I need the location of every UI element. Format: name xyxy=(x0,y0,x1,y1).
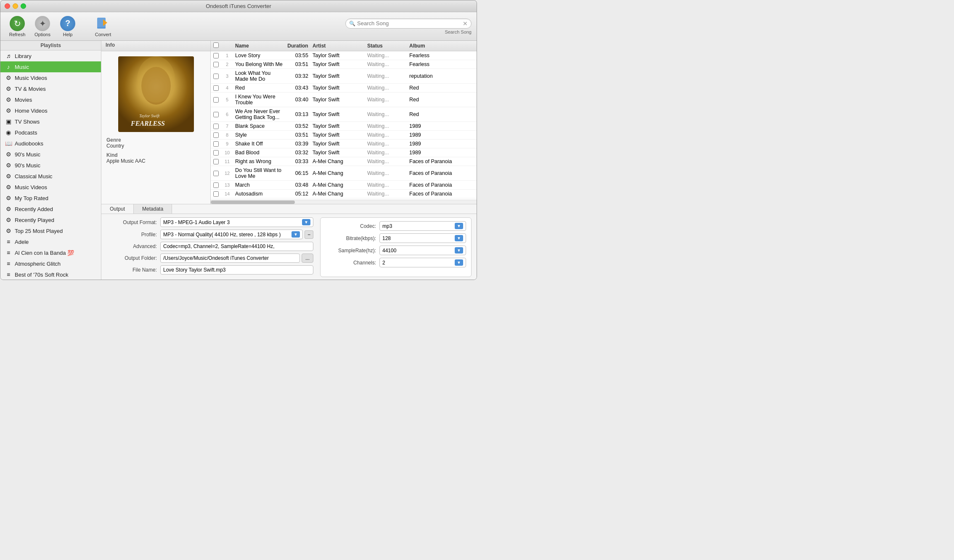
sidebar-icon-my-top-rated: ⚙ xyxy=(5,195,12,201)
row-checkbox-1[interactable] xyxy=(211,62,221,67)
sidebar-item-tv-shows[interactable]: ▣TV Shows xyxy=(0,116,101,127)
row-checkbox-2[interactable] xyxy=(211,74,221,79)
row-status-12: Waiting... xyxy=(367,182,409,188)
sidebar-item-music[interactable]: ♪Music xyxy=(0,61,101,72)
sidebar-item-library[interactable]: ♬Library xyxy=(0,50,101,61)
row-checkbox-13[interactable] xyxy=(211,191,221,197)
scrollbar-thumb[interactable] xyxy=(211,201,295,204)
format-select[interactable]: MP3 - MPEG-1 Audio Layer 3 ▼ xyxy=(160,217,313,227)
bitrate-select[interactable]: 128 ▼ xyxy=(379,233,466,243)
bitrate-row: Bitrate(kbps): 128 ▼ xyxy=(326,233,466,243)
table-row[interactable]: 5 I Knew You Were Trouble 03:40 Taylor S… xyxy=(211,92,477,107)
options-button[interactable]: ✦ Options xyxy=(31,14,54,39)
folder-input[interactable]: /Users/Joyce/Music/Ondesoft iTunes Conve… xyxy=(160,254,300,263)
sidebar-item-music-videos2[interactable]: ⚙Music Videos xyxy=(0,182,101,193)
row-album-4: Red xyxy=(409,97,477,103)
table-row[interactable]: 6 We Are Never Ever Getting Back Tog... … xyxy=(211,107,477,122)
sidebar-item-recently-added[interactable]: ⚙Recently Added xyxy=(0,203,101,214)
convert-button[interactable]: Convert xyxy=(91,14,115,39)
sidebar-icon-90s-music2: ⚙ xyxy=(5,162,12,169)
sidebar-item-tv-movies[interactable]: ⚙TV & Movies xyxy=(0,83,101,94)
advanced-input[interactable]: Codec=mp3, Channel=2, SampleRate=44100 H… xyxy=(160,242,313,251)
sidebar-item-recently-played[interactable]: ⚙Recently Played xyxy=(0,214,101,225)
row-checkbox-12[interactable] xyxy=(211,182,221,188)
row-album-2: reputation xyxy=(409,73,477,79)
sidebar-item-music-videos[interactable]: ⚙Music Videos xyxy=(0,72,101,83)
titlebar: Ondesoft iTunes Converter xyxy=(0,0,477,12)
table-row[interactable]: 9 Shake It Off 03:39 Taylor Swift Waitin… xyxy=(211,140,477,148)
sidebar-label-tv-movies: TV & Movies xyxy=(15,86,46,92)
search-input[interactable] xyxy=(357,20,463,26)
table-container: 1 Love Story 03:55 Taylor Swift Waiting.… xyxy=(211,51,477,204)
profile-select[interactable]: MP3 - Normal Quality( 44100 Hz, stereo ,… xyxy=(160,230,303,239)
row-album-11: Faces of Paranoia xyxy=(409,170,477,176)
select-all-checkbox[interactable] xyxy=(213,42,219,48)
channels-select[interactable]: 2 ▼ xyxy=(379,258,466,267)
sidebar-item-my-top-rated[interactable]: ⚙My Top Rated xyxy=(0,193,101,203)
table-row[interactable]: 11 Right as Wrong 03:33 A-Mei Chang Wait… xyxy=(211,157,477,166)
codec-select[interactable]: mp3 ▼ xyxy=(379,221,466,231)
sidebar-label-movies: Movies xyxy=(15,97,32,103)
search-box[interactable]: 🔍 ✕ xyxy=(345,18,472,29)
row-checkbox-5[interactable] xyxy=(211,112,221,117)
profile-minus-btn[interactable]: − xyxy=(305,230,313,239)
search-container: 🔍 ✕ Search Song xyxy=(345,18,472,34)
help-button[interactable]: ? Help xyxy=(56,14,80,39)
sidebar-item-adele[interactable]: ≡Adele xyxy=(0,236,101,247)
table-row[interactable]: 7 Blank Space 03:52 Taylor Swift Waiting… xyxy=(211,122,477,131)
row-checkbox-8[interactable] xyxy=(211,141,221,147)
maximize-button[interactable] xyxy=(21,3,26,9)
table-row[interactable]: 2 You Belong With Me 03:51 Taylor Swift … xyxy=(211,60,477,69)
minimize-button[interactable] xyxy=(13,3,18,9)
row-status-0: Waiting... xyxy=(367,53,409,58)
sidebar-icon-library: ♬ xyxy=(5,53,12,59)
sidebar-item-atmospheric-glitch[interactable]: ≡Atmospheric Glitch xyxy=(0,258,101,269)
row-checkbox-10[interactable] xyxy=(211,159,221,164)
tab-output[interactable]: Output xyxy=(101,204,134,214)
th-checkbox[interactable] xyxy=(211,42,221,49)
sidebar-item-podcasts[interactable]: ◉Podcasts xyxy=(0,127,101,138)
row-checkbox-3[interactable] xyxy=(211,85,221,91)
row-checkbox-6[interactable] xyxy=(211,124,221,129)
row-duration-11: 06:15 xyxy=(283,170,313,176)
table-row[interactable]: 8 Style 03:51 Taylor Swift Waiting... 19… xyxy=(211,131,477,140)
sidebar: Playlists ♬Library♪Music⚙Music Videos⚙TV… xyxy=(0,41,101,280)
filename-input[interactable]: Love Story Taylor Swift.mp3 xyxy=(160,265,313,275)
table-row[interactable]: 1 Love Story 03:55 Taylor Swift Waiting.… xyxy=(211,51,477,60)
row-name-5: We Are Never Ever Getting Back Tog... xyxy=(233,108,283,120)
horizontal-scrollbar[interactable] xyxy=(211,200,477,204)
row-checkbox-7[interactable] xyxy=(211,132,221,138)
sidebar-item-classical-music[interactable]: ⚙Classical Music xyxy=(0,171,101,182)
sidebar-item-home-videos[interactable]: ⚙Home Videos xyxy=(0,105,101,116)
th-duration: Duration xyxy=(283,43,313,49)
sidebar-item-top-25-most-played[interactable]: ⚙Top 25 Most Played xyxy=(0,225,101,236)
browse-button[interactable]: ... xyxy=(302,254,313,263)
sidebar-item-al-cien[interactable]: ≡Al Cien con la Banda 💯 xyxy=(0,247,101,258)
sidebar-item-audiobooks[interactable]: 📖Audiobooks xyxy=(0,138,101,149)
row-checkbox-9[interactable] xyxy=(211,150,221,156)
sidebar-item-best-70s[interactable]: ≡Best of '70s Soft Rock xyxy=(0,269,101,280)
row-status-2: Waiting... xyxy=(367,73,409,79)
row-name-7: Style xyxy=(233,132,283,138)
table-row[interactable]: 4 Red 03:43 Taylor Swift Waiting... Red xyxy=(211,84,477,92)
tab-metadata[interactable]: Metadata xyxy=(134,204,172,214)
row-number-7: 8 xyxy=(221,132,233,137)
search-clear-icon[interactable]: ✕ xyxy=(463,20,468,27)
table-row[interactable]: 10 Bad Blood 03:32 Taylor Swift Waiting.… xyxy=(211,148,477,157)
table-row[interactable]: 12 Do You Still Want to Love Me 06:15 A-… xyxy=(211,166,477,181)
table-row[interactable]: 14 Autosadism 05:12 A-Mei Chang Waiting.… xyxy=(211,190,477,198)
sidebar-item-90s-music[interactable]: ⚙90's Music xyxy=(0,149,101,160)
row-checkbox-0[interactable] xyxy=(211,53,221,58)
close-button[interactable] xyxy=(5,3,10,9)
row-checkbox-4[interactable] xyxy=(211,97,221,103)
row-checkbox-11[interactable] xyxy=(211,171,221,176)
samplerate-select[interactable]: 44100 ▼ xyxy=(379,246,466,255)
info-kind: Kind Apple Music AAC xyxy=(106,152,205,164)
sidebar-item-movies[interactable]: ⚙Movies xyxy=(0,94,101,105)
sidebar-item-90s-music2[interactable]: ⚙90's Music xyxy=(0,160,101,171)
bitrate-label: Bitrate(kbps): xyxy=(326,235,376,241)
refresh-button[interactable]: ↻ Refresh xyxy=(5,14,29,39)
table-row[interactable]: 13 March 03:48 A-Mei Chang Waiting... Fa… xyxy=(211,181,477,190)
table-row[interactable]: 3 Look What You Made Me Do 03:32 Taylor … xyxy=(211,69,477,84)
svg-rect-2 xyxy=(97,27,106,29)
